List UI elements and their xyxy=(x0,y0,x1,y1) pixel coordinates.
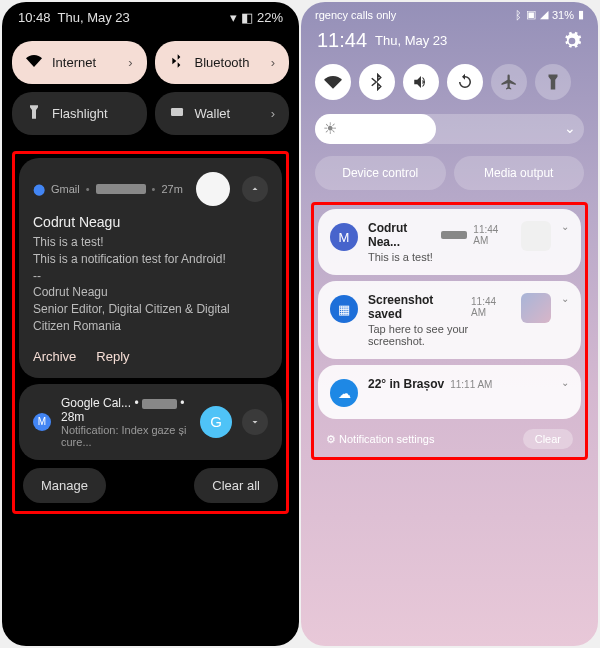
notif-time: 11:44 AM xyxy=(471,296,511,318)
notification-highlight: M Codrut Nea... 11:44 AM This is a test!… xyxy=(311,202,588,460)
avatar: G xyxy=(200,406,232,438)
phone-samsung: rgency calls only ᛒ ▣ ◢ 31% ▮ 11:44 Thu,… xyxy=(301,2,598,646)
brightness-icon: ☀ xyxy=(323,119,337,138)
tile-label: Internet xyxy=(52,55,96,70)
status-time: 10:48 xyxy=(18,10,51,25)
gmail-icon: M xyxy=(33,413,51,431)
notif-body: This is a test! xyxy=(368,251,511,263)
bluetooth-icon: ᛒ xyxy=(515,9,522,21)
manage-button[interactable]: Manage xyxy=(23,468,106,503)
sender-avatar xyxy=(196,172,230,206)
chevron-down-icon[interactable]: ⌄ xyxy=(561,221,569,232)
notif-time: 28m xyxy=(61,410,84,424)
svg-rect-0 xyxy=(171,108,183,116)
chevron-right-icon: › xyxy=(271,55,275,70)
battery-icon: ▮ xyxy=(578,8,584,21)
notif-sender: Codrut Neagu xyxy=(33,214,268,230)
status-bar: rgency calls only ᛒ ▣ ◢ 31% ▮ xyxy=(301,2,598,27)
quick-tiles: Internet › Bluetooth › Flashlight Wallet… xyxy=(2,33,299,143)
chevron-right-icon: › xyxy=(271,106,275,121)
chevron-down-icon[interactable]: ⌄ xyxy=(564,120,576,136)
weather-icon: ☁ xyxy=(330,379,358,407)
qs-flashlight[interactable] xyxy=(535,64,571,100)
qs-rotate[interactable] xyxy=(447,64,483,100)
notification-calendar[interactable]: M Google Cal... • • 28m Notification: In… xyxy=(19,384,282,460)
notif-body: This is a test!This is a notification te… xyxy=(33,234,268,335)
quick-settings xyxy=(301,54,598,110)
notif-title: Screenshot saved xyxy=(368,293,465,321)
notification-screenshot[interactable]: ▦ Screenshot saved 11:44 AM Tap here to … xyxy=(318,281,581,359)
tile-internet[interactable]: Internet › xyxy=(12,41,147,84)
battery-pct: 31% xyxy=(552,9,574,21)
status-bar: 10:48 Thu, May 23 ▾ ◧ 22% xyxy=(2,2,299,33)
chevron-right-icon: › xyxy=(128,55,132,70)
collapse-button[interactable] xyxy=(242,176,268,202)
brightness-fill: ☀ xyxy=(315,114,436,144)
notification-highlight: ⬤ Gmail • • 27m Codrut Neagu This is a t… xyxy=(12,151,289,514)
tile-label: Flashlight xyxy=(52,106,108,121)
nfc-icon: ▣ xyxy=(526,8,536,21)
notification-gmail[interactable]: ⬤ Gmail • • 27m Codrut Neagu This is a t… xyxy=(19,158,282,378)
notif-time: 27m xyxy=(161,183,182,195)
battery-pct: 22% xyxy=(257,10,283,25)
status-date: Thu, May 23 xyxy=(58,10,130,25)
thumbnail xyxy=(521,221,551,251)
app-name: Google Cal... xyxy=(61,396,131,410)
wifi-icon xyxy=(26,53,42,72)
time-row: 11:44 Thu, May 23 xyxy=(301,27,598,54)
clear-button[interactable]: Clear xyxy=(523,429,573,449)
date: Thu, May 23 xyxy=(375,33,447,48)
notification-settings-link[interactable]: ⚙ Notification settings xyxy=(326,433,434,446)
bluetooth-icon xyxy=(169,53,185,72)
chevron-down-icon[interactable]: ⌄ xyxy=(561,377,569,388)
notification-weather[interactable]: ☁ 22° in Brașov 11:11 AM ⌄ xyxy=(318,365,581,419)
qs-bluetooth[interactable] xyxy=(359,64,395,100)
notif-body: Tap here to see your screenshot. xyxy=(368,323,511,347)
signal-icon: ◢ xyxy=(540,8,548,21)
screenshot-icon: ▦ xyxy=(330,295,358,323)
tile-bluetooth[interactable]: Bluetooth › xyxy=(155,41,290,84)
expand-button[interactable] xyxy=(242,409,268,435)
media-output-chip[interactable]: Media output xyxy=(454,156,585,190)
qs-wifi[interactable] xyxy=(315,64,351,100)
notif-title: Notification: Index gaze și cure... xyxy=(61,424,190,448)
notif-title: Codrut Nea... xyxy=(368,221,435,249)
gmail-icon: M xyxy=(330,223,358,251)
device-control-chip[interactable]: Device control xyxy=(315,156,446,190)
redacted-sender xyxy=(96,184,146,194)
carrier-text: rgency calls only xyxy=(315,9,396,21)
notif-time: 11:44 AM xyxy=(473,224,511,246)
clock: 11:44 xyxy=(317,29,367,52)
brightness-slider[interactable]: ☀ ⌄ xyxy=(315,114,584,144)
phone-pixel: 10:48 Thu, May 23 ▾ ◧ 22% Internet › Blu… xyxy=(2,2,299,646)
tile-label: Bluetooth xyxy=(195,55,250,70)
flashlight-icon xyxy=(26,104,42,123)
tile-wallet[interactable]: Wallet › xyxy=(155,92,290,135)
gmail-icon: ⬤ xyxy=(33,183,45,196)
clear-all-button[interactable]: Clear all xyxy=(194,468,278,503)
wifi-icon: ▾ xyxy=(230,10,237,25)
qs-airplane[interactable] xyxy=(491,64,527,100)
app-name: Gmail xyxy=(51,183,80,195)
notif-time: 11:11 AM xyxy=(450,379,492,390)
notif-title: 22° in Brașov xyxy=(368,377,444,391)
tile-flashlight[interactable]: Flashlight xyxy=(12,92,147,135)
qs-sound[interactable] xyxy=(403,64,439,100)
reply-action[interactable]: Reply xyxy=(96,349,129,364)
thumbnail xyxy=(521,293,551,323)
battery-icon: ◧ xyxy=(241,10,253,25)
wallet-icon xyxy=(169,104,185,123)
tile-label: Wallet xyxy=(195,106,231,121)
archive-action[interactable]: Archive xyxy=(33,349,76,364)
settings-button[interactable] xyxy=(562,31,582,51)
notification-gmail[interactable]: M Codrut Nea... 11:44 AM This is a test!… xyxy=(318,209,581,275)
chevron-down-icon[interactable]: ⌄ xyxy=(561,293,569,304)
